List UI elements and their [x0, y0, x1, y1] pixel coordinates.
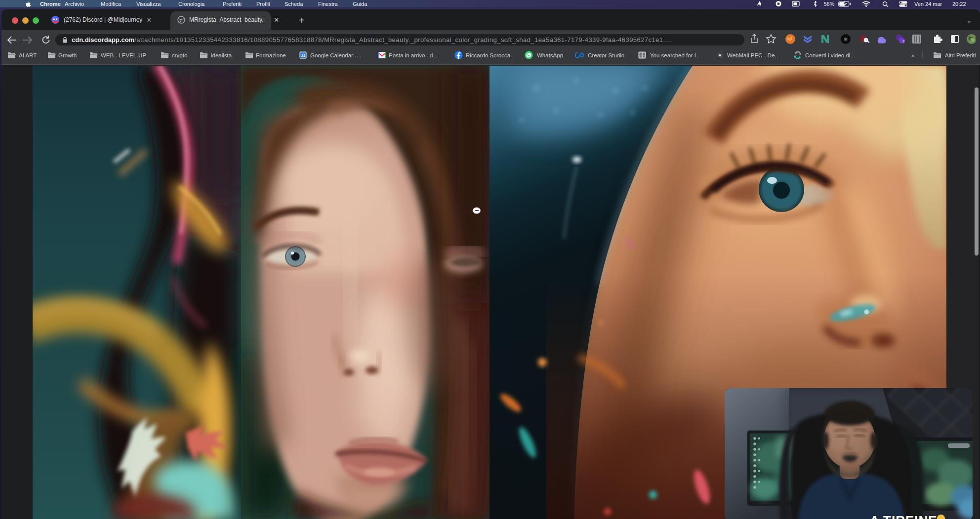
svg-text:$: $ — [902, 39, 905, 43]
svg-text:31: 31 — [300, 53, 305, 58]
svg-text:A TIREINE: A TIREINE — [870, 513, 938, 519]
svg-text:⚛: ⚛ — [844, 37, 848, 42]
